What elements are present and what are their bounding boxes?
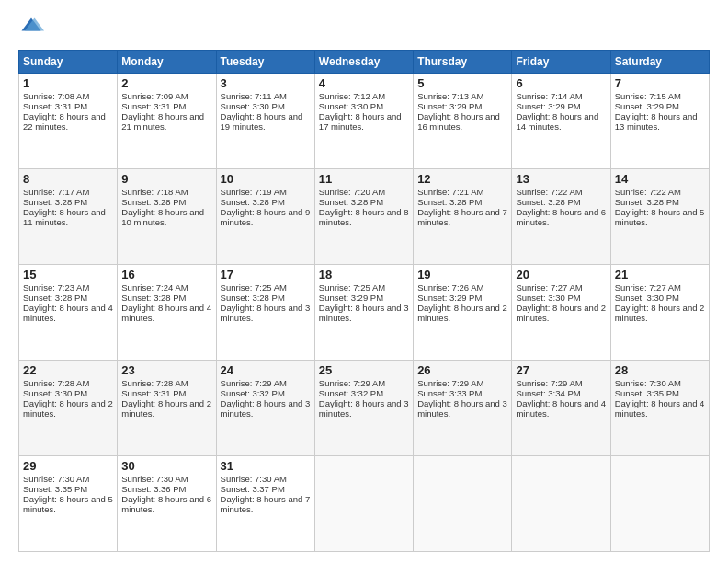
- day-number: 30: [121, 459, 211, 473]
- sunrise-text: Sunrise: 7:18 AM: [121, 187, 188, 197]
- sunrise-text: Sunrise: 7:27 AM: [615, 282, 681, 293]
- sunrise-text: Sunrise: 7:15 AM: [615, 91, 681, 101]
- daylight-label: Daylight: 8 hours and 3 minutes.: [319, 398, 409, 419]
- calendar-cell: 10Sunrise: 7:19 AMSunset: 3:28 PMDayligh…: [216, 169, 314, 265]
- day-number: 25: [319, 363, 409, 377]
- sunset-text: Sunset: 3:28 PM: [615, 197, 679, 207]
- sunrise-text: Sunrise: 7:24 AM: [121, 282, 188, 293]
- calendar-cell: 11Sunrise: 7:20 AMSunset: 3:28 PMDayligh…: [314, 169, 413, 265]
- sunrise-text: Sunrise: 7:30 AM: [615, 378, 681, 388]
- calendar-cell: 31Sunrise: 7:30 AMSunset: 3:37 PMDayligh…: [216, 456, 314, 552]
- sunset-text: Sunset: 3:32 PM: [221, 388, 285, 398]
- sunrise-text: Sunrise: 7:25 AM: [319, 282, 385, 293]
- weekday-header: Saturday: [610, 51, 709, 74]
- daylight-label: Daylight: 8 hours and 7 minutes.: [221, 494, 311, 514]
- logo-icon: [18, 15, 44, 40]
- sunrise-text: Sunrise: 7:21 AM: [417, 187, 483, 197]
- day-number: 24: [221, 363, 311, 377]
- day-number: 1: [23, 76, 113, 90]
- calendar-cell: 6Sunrise: 7:14 AMSunset: 3:29 PMDaylight…: [512, 74, 610, 169]
- calendar-cell: 29Sunrise: 7:30 AMSunset: 3:35 PMDayligh…: [19, 456, 118, 552]
- sunset-text: Sunset: 3:34 PM: [516, 388, 580, 398]
- daylight-label: Daylight: 8 hours and 14 minutes.: [516, 111, 598, 132]
- sunrise-text: Sunrise: 7:17 AM: [23, 187, 89, 197]
- sunrise-text: Sunrise: 7:30 AM: [121, 474, 188, 484]
- calendar-cell: 18Sunrise: 7:25 AMSunset: 3:29 PMDayligh…: [314, 265, 413, 361]
- sunrise-text: Sunrise: 7:14 AM: [516, 91, 582, 101]
- calendar-cell: 16Sunrise: 7:24 AMSunset: 3:28 PMDayligh…: [118, 265, 216, 361]
- calendar-cell: [414, 456, 512, 552]
- day-number: 16: [121, 268, 211, 282]
- daylight-label: Daylight: 8 hours and 10 minutes.: [121, 207, 204, 227]
- daylight-label: Daylight: 8 hours and 8 minutes.: [319, 207, 409, 227]
- sunrise-text: Sunrise: 7:13 AM: [417, 91, 483, 101]
- day-number: 9: [121, 172, 211, 186]
- daylight-label: Daylight: 8 hours and 6 minutes.: [121, 494, 211, 514]
- daylight-label: Daylight: 8 hours and 2 minutes.: [516, 303, 606, 323]
- sunset-text: Sunset: 3:30 PM: [615, 293, 679, 303]
- day-number: 7: [615, 76, 705, 90]
- calendar-cell: 23Sunrise: 7:28 AMSunset: 3:31 PMDayligh…: [118, 361, 216, 456]
- day-number: 29: [23, 459, 113, 473]
- day-number: 20: [516, 268, 606, 282]
- sunset-text: Sunset: 3:31 PM: [121, 101, 186, 111]
- sunrise-text: Sunrise: 7:28 AM: [121, 378, 188, 388]
- sunset-text: Sunset: 3:28 PM: [121, 197, 186, 207]
- day-number: 22: [23, 363, 113, 377]
- calendar-cell: 13Sunrise: 7:22 AMSunset: 3:28 PMDayligh…: [512, 169, 610, 265]
- sunset-text: Sunset: 3:28 PM: [417, 197, 482, 207]
- sunrise-text: Sunrise: 7:30 AM: [221, 474, 287, 484]
- weekday-header: Monday: [118, 51, 216, 74]
- calendar-week-row: 22Sunrise: 7:28 AMSunset: 3:30 PMDayligh…: [19, 361, 710, 456]
- calendar-cell: 14Sunrise: 7:22 AMSunset: 3:28 PMDayligh…: [610, 169, 709, 265]
- sunset-text: Sunset: 3:30 PM: [23, 388, 87, 398]
- calendar-header-row: SundayMondayTuesdayWednesdayThursdayFrid…: [19, 51, 710, 74]
- daylight-label: Daylight: 8 hours and 2 minutes.: [417, 303, 507, 323]
- calendar-cell: 20Sunrise: 7:27 AMSunset: 3:30 PMDayligh…: [512, 265, 610, 361]
- calendar-cell: 25Sunrise: 7:29 AMSunset: 3:32 PMDayligh…: [314, 361, 413, 456]
- calendar-cell: 12Sunrise: 7:21 AMSunset: 3:28 PMDayligh…: [414, 169, 512, 265]
- sunrise-text: Sunrise: 7:29 AM: [221, 378, 287, 388]
- sunrise-text: Sunrise: 7:29 AM: [417, 378, 483, 388]
- calendar-cell: 27Sunrise: 7:29 AMSunset: 3:34 PMDayligh…: [512, 361, 610, 456]
- calendar-week-row: 1Sunrise: 7:08 AMSunset: 3:31 PMDaylight…: [19, 74, 710, 169]
- sunrise-text: Sunrise: 7:19 AM: [221, 187, 287, 197]
- day-number: 18: [319, 268, 409, 282]
- sunset-text: Sunset: 3:35 PM: [615, 388, 679, 398]
- sunrise-text: Sunrise: 7:29 AM: [319, 378, 385, 388]
- sunset-text: Sunset: 3:35 PM: [23, 484, 87, 494]
- sunset-text: Sunset: 3:31 PM: [121, 388, 186, 398]
- sunset-text: Sunset: 3:32 PM: [319, 388, 383, 398]
- sunrise-text: Sunrise: 7:12 AM: [319, 91, 385, 101]
- daylight-label: Daylight: 8 hours and 3 minutes.: [221, 303, 311, 323]
- sunrise-text: Sunrise: 7:30 AM: [23, 474, 89, 484]
- day-number: 10: [221, 172, 311, 186]
- day-number: 19: [417, 268, 507, 282]
- day-number: 23: [121, 363, 211, 377]
- calendar-table: SundayMondayTuesdayWednesdayThursdayFrid…: [18, 50, 710, 552]
- calendar-cell: 22Sunrise: 7:28 AMSunset: 3:30 PMDayligh…: [19, 361, 118, 456]
- weekday-header: Friday: [512, 51, 610, 74]
- sunset-text: Sunset: 3:28 PM: [23, 197, 87, 207]
- calendar-cell: 8Sunrise: 7:17 AMSunset: 3:28 PMDaylight…: [19, 169, 118, 265]
- calendar-cell: 30Sunrise: 7:30 AMSunset: 3:36 PMDayligh…: [118, 456, 216, 552]
- daylight-label: Daylight: 8 hours and 2 minutes.: [23, 398, 113, 419]
- daylight-label: Daylight: 8 hours and 21 minutes.: [121, 111, 204, 132]
- daylight-label: Daylight: 8 hours and 2 minutes.: [615, 303, 705, 323]
- daylight-label: Daylight: 8 hours and 5 minutes.: [615, 207, 705, 227]
- day-number: 11: [319, 172, 409, 186]
- daylight-label: Daylight: 8 hours and 13 minutes.: [615, 111, 698, 132]
- day-number: 26: [417, 363, 507, 377]
- sunrise-text: Sunrise: 7:26 AM: [417, 282, 483, 293]
- daylight-label: Daylight: 8 hours and 3 minutes.: [319, 303, 409, 323]
- day-number: 12: [417, 172, 507, 186]
- header: [18, 15, 710, 40]
- daylight-label: Daylight: 8 hours and 9 minutes.: [221, 207, 311, 227]
- calendar-cell: 19Sunrise: 7:26 AMSunset: 3:29 PMDayligh…: [414, 265, 512, 361]
- day-number: 28: [615, 363, 705, 377]
- daylight-label: Daylight: 8 hours and 6 minutes.: [516, 207, 606, 227]
- daylight-label: Daylight: 8 hours and 3 minutes.: [221, 398, 311, 419]
- calendar-cell: 7Sunrise: 7:15 AMSunset: 3:29 PMDaylight…: [610, 74, 709, 169]
- daylight-label: Daylight: 8 hours and 22 minutes.: [23, 111, 106, 132]
- sunrise-text: Sunrise: 7:08 AM: [23, 91, 89, 101]
